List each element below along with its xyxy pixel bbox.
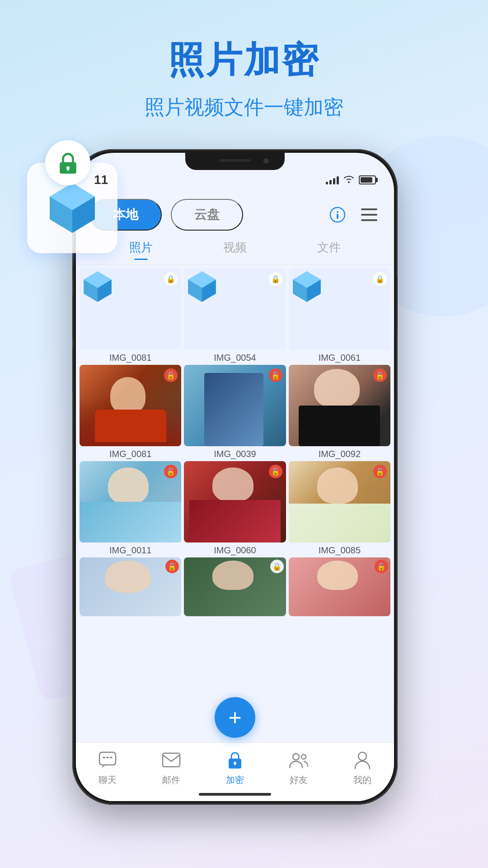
fab-plus-icon: + [228, 706, 241, 729]
phone-volume-up-button [72, 294, 73, 339]
cloud-tab-button[interactable]: 云盘 [171, 199, 243, 231]
lock-badge-green-3: 🔒 [373, 272, 387, 286]
lock-badge-red-3: 🔓 [373, 368, 387, 382]
svg-rect-27 [106, 757, 109, 758]
photo-item-img0061-encrypted[interactable]: 🔒 IMG_0061 [289, 269, 390, 364]
app-content: 本地 云盘 [76, 190, 394, 801]
photo-item-img0081[interactable]: 🔓 IMG_0081 [80, 365, 181, 460]
phone-power-button [397, 276, 398, 330]
nav-label-chat: 聊天 [99, 774, 117, 786]
nav-item-friends[interactable]: 好友 [287, 749, 310, 786]
lock-badge-green-1: 🔒 [164, 272, 178, 286]
svg-rect-28 [110, 757, 113, 758]
svg-rect-25 [99, 752, 116, 765]
svg-rect-9 [337, 214, 338, 219]
photo-item-partial-2[interactable]: 🔒 [184, 557, 286, 616]
info-icon-button[interactable] [326, 203, 349, 226]
photo-item-img0092[interactable]: 🔓 IMG_0092 [289, 365, 390, 460]
nav-icon-group [326, 203, 380, 226]
notch-camera [263, 158, 269, 164]
top-navigation: 本地 云盘 [76, 190, 394, 235]
svg-point-34 [301, 755, 306, 759]
photo-item-img0011[interactable]: 🔓 IMG_0011 [80, 461, 181, 557]
photo-item-img0060[interactable]: 🔓 IMG_0060 [184, 461, 286, 557]
header-section: 照片加密 照片视频文件一键加密 [0, 36, 488, 121]
friends-icon [287, 749, 310, 771]
add-fab-button[interactable]: + [215, 697, 255, 738]
photo-item-img0054-encrypted[interactable]: 🔒 IMG_0054 [184, 269, 286, 364]
photo-item-img0039[interactable]: 🔓 IMG_0039 [184, 365, 286, 460]
photo-label-7: IMG_0011 [80, 542, 181, 557]
status-icons [326, 174, 376, 186]
nav-label-mail: 邮件 [162, 774, 180, 786]
status-bar: 11 [76, 170, 394, 190]
svg-rect-29 [163, 753, 180, 767]
photo-item-partial-3[interactable]: 🔓 [289, 557, 390, 616]
svg-rect-10 [361, 208, 377, 210]
photo-label-4: IMG_0081 [80, 446, 181, 460]
lock-badge-partial-2: 🔒 [270, 560, 284, 573]
photo-item-img0081-encrypted[interactable]: 🔒 IMG_0081 [80, 269, 181, 364]
phone-mute-button [72, 249, 73, 280]
lock-badge-partial-3: 🔓 [375, 560, 388, 573]
svg-point-35 [358, 752, 366, 760]
mine-icon [351, 749, 374, 771]
lock-badge-red-5: 🔓 [269, 465, 282, 478]
svg-rect-26 [103, 757, 105, 758]
svg-rect-11 [361, 214, 377, 216]
tab-photos[interactable]: 照片 [129, 240, 153, 260]
menu-icon-button[interactable] [358, 203, 380, 226]
photo-label-2: IMG_0054 [184, 350, 286, 364]
photo-label-8: IMG_0060 [184, 542, 286, 557]
lock-badge-red-6: 🔓 [373, 465, 387, 478]
notch-speaker [219, 159, 251, 162]
photo-label-5: IMG_0039 [184, 446, 286, 460]
tab-files[interactable]: 文件 [317, 240, 341, 260]
lock-badge-red-2: 🔓 [269, 368, 282, 382]
main-title: 照片加密 [0, 36, 488, 85]
nav-label-mine: 我的 [353, 774, 371, 786]
photo-item-img0085[interactable]: 🔓 IMG_0085 [289, 461, 390, 557]
photo-label-3: IMG_0061 [289, 350, 390, 364]
nav-item-mail[interactable]: 邮件 [160, 749, 183, 786]
home-indicator [199, 793, 271, 796]
status-time: 11 [94, 173, 108, 187]
svg-rect-32 [234, 763, 235, 765]
tab-videos[interactable]: 视频 [223, 240, 247, 260]
nav-label-friends: 好友 [290, 774, 308, 786]
photo-label-9: IMG_0085 [289, 542, 390, 557]
svg-point-33 [293, 754, 299, 760]
nav-item-chat[interactable]: 聊天 [96, 749, 119, 786]
phone-volume-down-button [72, 348, 73, 393]
phone-mockup: 11 [72, 149, 398, 805]
sub-title: 照片视频文件一键加密 [0, 94, 488, 121]
nav-item-mine[interactable]: 我的 [351, 749, 374, 786]
svg-rect-2 [67, 168, 69, 170]
wifi-icon [343, 174, 354, 186]
mail-icon [160, 749, 183, 771]
signal-icon [326, 175, 339, 184]
svg-point-8 [337, 211, 338, 213]
nav-item-encrypt[interactable]: 加密 [224, 749, 246, 786]
chat-icon [96, 749, 119, 771]
svg-rect-12 [361, 219, 377, 221]
lock-badge-green-2: 🔒 [269, 272, 282, 286]
bottom-navigation: 聊天 邮件 [76, 742, 394, 801]
photo-grid-container: 🔒 IMG_0081 [76, 265, 394, 616]
photo-label-1: IMG_0081 [80, 350, 181, 364]
photo-label-6: IMG_0092 [289, 446, 390, 460]
battery-icon [359, 175, 376, 184]
nav-label-encrypt: 加密 [226, 774, 244, 786]
encrypt-icon [224, 749, 246, 771]
photo-item-partial-1[interactable]: 🔓 [80, 557, 181, 616]
sub-tabs: 照片 视频 文件 [76, 235, 394, 265]
phone-notch [185, 153, 285, 170]
